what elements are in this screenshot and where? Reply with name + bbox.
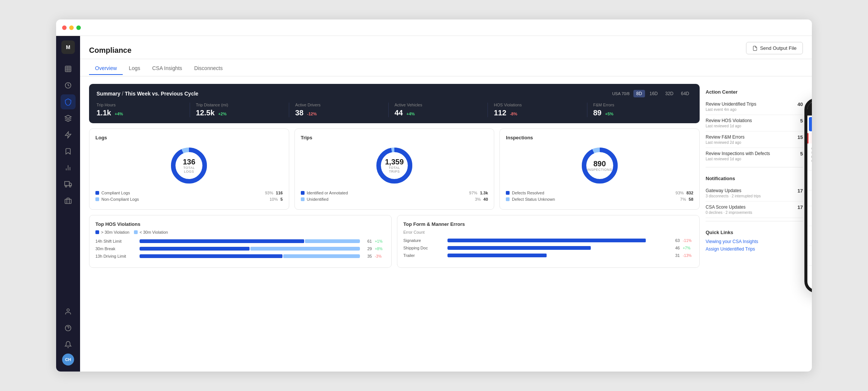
violations-row: Top HOS Violations > 30m Violation < 30m… bbox=[89, 215, 700, 268]
inspections-donut-wrap: 890 INSPECTIONS bbox=[579, 145, 620, 186]
hos-row-off: OFF bbox=[811, 147, 812, 150]
maximize-button[interactable] bbox=[76, 25, 81, 30]
hos-subtitle: USA Property 70 Hour / 8 Day bbox=[811, 163, 812, 167]
trips-donut-wrap: 1,359 TOTAL TRIPS bbox=[374, 145, 415, 186]
log-entry-5[interactable]: DR 1:12 pm Shepherd, TX Long Drive Excee… bbox=[807, 266, 812, 290]
tab-csa[interactable]: CSA Insights bbox=[146, 62, 188, 75]
send-output-button[interactable]: Send Output File bbox=[746, 42, 803, 54]
trips-legend: Identified or Annotated 97% 1.3k bbox=[301, 191, 488, 203]
avatar[interactable]: CH bbox=[62, 354, 74, 366]
sidebar-item-bookmark[interactable] bbox=[61, 144, 76, 159]
action-item-unidentified[interactable]: Review Unidentified Trips Last event 4m … bbox=[706, 98, 803, 115]
log-entry-0[interactable]: SB 12:00 am Beebe, AR 10 hour break 6h 3… bbox=[807, 171, 812, 191]
action-center-items: Review Unidentified Trips Last event 4m … bbox=[706, 98, 803, 164]
action-item-inspections[interactable]: Review Inspections with Defects Last rev… bbox=[706, 148, 803, 164]
hos-chart-rows: OFF SB D bbox=[811, 147, 812, 163]
fm-legend-label: Error Count bbox=[403, 230, 693, 234]
quick-link-unidentified[interactable]: Assign Unidentified Trips bbox=[706, 246, 803, 252]
legend-item: Unidentified 3% 40 bbox=[301, 197, 488, 201]
content-area: Summary / This Week vs. Previous Cycle U… bbox=[80, 78, 812, 372]
metric-hos-violations: HOS Violations 112 -8% bbox=[494, 103, 587, 117]
sidebar-item-bolt[interactable] bbox=[61, 127, 76, 142]
bar-track bbox=[140, 239, 360, 243]
svg-marker-6 bbox=[65, 115, 71, 118]
svg-rect-11 bbox=[65, 182, 70, 186]
hos-row-sb: SB bbox=[811, 151, 812, 154]
legend-item: Compliant Logs 93% 116 bbox=[95, 191, 283, 195]
sidebar-item-user[interactable] bbox=[61, 304, 76, 319]
logs-donut-wrap: 136 TOTAL LOGS bbox=[168, 145, 210, 186]
tab-disconnects[interactable]: Disconnects bbox=[188, 62, 229, 75]
notif-item-csa[interactable]: CSA Score Updates 0 declines · 2 improve… bbox=[706, 201, 803, 218]
legend-dot bbox=[301, 191, 305, 195]
tab-logs[interactable]: Logs bbox=[123, 62, 146, 75]
legend-dot-noncompliant bbox=[95, 197, 99, 201]
bar-track bbox=[140, 247, 360, 251]
log-entry-2[interactable]: OFF 9:28 am Shepherd, TX Post trip inspe… bbox=[807, 206, 812, 226]
metric-active-vehicles: Active Vehicles 44 +4% bbox=[395, 103, 488, 117]
close-button[interactable] bbox=[62, 25, 67, 30]
legend-item: Identified or Annotated 97% 1.3k bbox=[301, 191, 488, 195]
fm-errors-card: Top Form & Manner Errors Error Count Sig… bbox=[397, 215, 700, 268]
cycle-8d[interactable]: 8D bbox=[633, 90, 645, 97]
page-title: Compliance bbox=[89, 46, 131, 55]
svg-rect-15 bbox=[65, 199, 71, 204]
sidebar-logo[interactable]: M bbox=[61, 40, 75, 54]
date-today[interactable]: TODAY JAN 6 bbox=[809, 117, 812, 131]
legend-dot bbox=[301, 197, 305, 201]
hos-row-d: D bbox=[811, 155, 812, 158]
traffic-lights bbox=[62, 25, 81, 30]
tab-overview[interactable]: Overview bbox=[89, 62, 123, 75]
sidebar-item-question[interactable] bbox=[61, 321, 76, 336]
legend-item: Defect Status Unknown 7% 58 bbox=[506, 197, 693, 201]
hos-violations-card: Top HOS Violations > 30m Violation < 30m… bbox=[89, 215, 392, 268]
logs-donut: 136 TOTAL LOGS Compliant Logs bbox=[95, 145, 283, 203]
logs-chart-card: Logs 136 TOTAL LOGS bbox=[89, 128, 289, 210]
sidebar-item-bell[interactable] bbox=[61, 337, 76, 352]
send-output-label: Send Output File bbox=[760, 45, 797, 51]
metric-trip-distance: Trip Distance (mi) 12.5k +2% bbox=[196, 103, 290, 117]
legend-over30: > 30m Violation bbox=[95, 230, 129, 234]
cycle-buttons: USA 70/8 8D 16D 32D 64D bbox=[612, 90, 692, 97]
trips-chart-title: Trips bbox=[301, 135, 488, 140]
inspections-chart-card: Inspections 890 INSPECTIONS bbox=[499, 128, 700, 210]
quick-link-csa[interactable]: Viewing your CSA Insights bbox=[706, 239, 803, 244]
charts-row: Logs 136 TOTAL LOGS bbox=[89, 128, 700, 210]
bar-fill bbox=[447, 246, 591, 250]
log-entry-3[interactable]: ON 9:36 am Hope, AR Onsite 1h 56m bbox=[807, 226, 812, 246]
sidebar-item-briefcase[interactable] bbox=[61, 193, 76, 208]
metric-active-drivers: Active Drivers 38 -12% bbox=[295, 103, 389, 117]
log-entry-1[interactable]: DR 6:32 am Beebe, AR 2h 54m bbox=[807, 191, 812, 206]
notification-items: Gateway Updates 3 disconnects · 2 interr… bbox=[706, 185, 803, 218]
cycle-64d[interactable]: 64D bbox=[678, 90, 692, 97]
sidebar-item-map[interactable] bbox=[61, 61, 76, 76]
quick-links-title: Quick Links bbox=[706, 230, 803, 235]
sidebar: M bbox=[56, 36, 80, 372]
bar-minor bbox=[283, 254, 360, 258]
action-item-fm[interactable]: Review F&M Errors Last reviewed 2d ago 1… bbox=[706, 131, 803, 148]
bar-fill bbox=[447, 254, 547, 257]
bar-minor bbox=[305, 239, 360, 243]
log-entries: SB 12:00 am Beebe, AR 10 hour break 6h 3… bbox=[807, 171, 812, 290]
bar-track bbox=[447, 239, 668, 242]
bar-major bbox=[140, 247, 250, 251]
fm-errors-title: Top Form & Manner Errors bbox=[403, 221, 693, 227]
sidebar-item-shield[interactable] bbox=[61, 94, 76, 109]
minimize-button[interactable] bbox=[69, 25, 74, 30]
legend-item: Non-Compliant Logs 10% 5 bbox=[95, 197, 283, 201]
sidebar-item-truck[interactable] bbox=[61, 177, 76, 192]
sidebar-item-chart[interactable] bbox=[61, 160, 76, 175]
bar-row-trailer: Trailer 31 -13% bbox=[403, 253, 693, 258]
cycle-16d[interactable]: 16D bbox=[647, 90, 661, 97]
log-entry-4[interactable]: OFF 11:32 am Shepherd, TX Break 1h 40m bbox=[807, 246, 812, 266]
sidebar-item-clock[interactable] bbox=[61, 78, 76, 93]
notif-item-gateway[interactable]: Gateway Updates 3 disconnects · 2 interr… bbox=[706, 185, 803, 201]
bar-row-shipping: Shipping Doc 46 +7% bbox=[403, 246, 693, 250]
bar-row-14h: 14h Shift Limit 61 +1% bbox=[95, 239, 385, 243]
legend-dot-compliant bbox=[95, 191, 99, 195]
action-item-hos[interactable]: Review HOS Violations Last reviewed 1d a… bbox=[706, 115, 803, 131]
svg-point-14 bbox=[69, 185, 71, 187]
sidebar-item-layers[interactable] bbox=[61, 111, 76, 126]
trips-donut: 1,359 TOTAL TRIPS Identified or Annotate… bbox=[301, 145, 488, 203]
cycle-32d[interactable]: 32D bbox=[662, 90, 676, 97]
